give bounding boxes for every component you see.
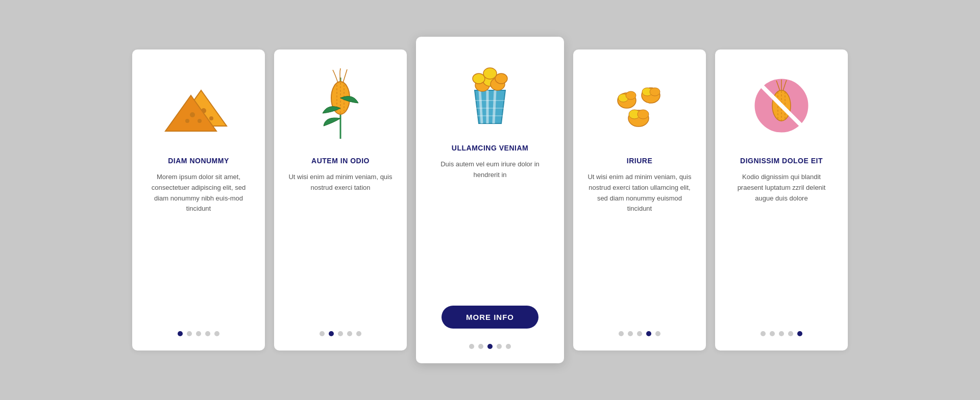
card-2-text: Ut wisi enim ad minim veniam, quis nostr… [288,172,393,316]
card-1-title: DIAM NONUMMY [168,157,229,165]
more-info-button[interactable]: MORE INFO [442,306,538,329]
svg-point-27 [650,88,660,96]
dot [478,344,483,349]
card-4-text: Ut wisi enim ad minim veniam, quis nostr… [587,172,692,316]
svg-point-24 [626,91,636,99]
dot [214,331,219,336]
dot [619,331,624,336]
dot [761,331,766,336]
card-2-title: AUTEM IN ODIO [311,157,370,165]
card-1-icon [165,65,232,146]
dot [779,331,784,336]
card-5-text: Kodio dignissim qui blandit praesent lup… [729,172,834,316]
dot [356,331,361,336]
dot [770,331,775,336]
card-5: DIGNISSIM DOLOE EIT Kodio dignissim qui … [715,49,848,351]
svg-point-2 [209,116,213,120]
card-4-title: IRIURE [627,157,652,165]
card-1-dots [178,326,219,336]
dot [497,344,502,349]
svg-point-30 [638,110,649,119]
card-5-dots [761,326,802,336]
dot [797,331,802,336]
svg-point-7 [185,119,189,123]
svg-point-20 [495,73,507,84]
dot [646,331,651,336]
dot [469,344,474,349]
card-5-icon [748,65,815,146]
dot [655,331,660,336]
card-1-text: Morem ipsum dolor sit amet, consectetuer… [146,172,251,316]
dot [187,331,192,336]
card-3-icon [457,52,523,134]
dot [320,331,325,336]
dot [347,331,352,336]
card-4-dots [619,326,660,336]
card-2-dots [320,326,361,336]
card-3-dots [469,339,511,349]
svg-point-5 [190,112,195,117]
card-4-icon [606,65,673,146]
dot [338,331,343,336]
dot [329,331,334,336]
svg-point-21 [483,68,497,79]
svg-point-6 [198,119,202,123]
dot [196,331,201,336]
card-2: AUTEM IN ODIO Ut wisi enim ad minim veni… [274,49,407,351]
cards-container: DIAM NONUMMY Morem ipsum dolor sit amet,… [112,16,868,384]
dot [637,331,642,336]
card-3-title: ULLAMCING VENIAM [452,144,528,152]
dot [487,344,493,349]
card-3: ULLAMCING VENIAM Duis autem vel eum iriu… [416,37,564,363]
dot [788,331,793,336]
dot [205,331,210,336]
dot [506,344,511,349]
svg-point-19 [473,73,485,84]
card-5-title: DIGNISSIM DOLOE EIT [740,157,823,165]
card-3-text: Duis autem vel eum iriure dolor in hendr… [430,159,550,295]
card-4: IRIURE Ut wisi enim ad minim veniam, qui… [573,49,706,351]
card-2-icon [307,65,374,146]
card-1: DIAM NONUMMY Morem ipsum dolor sit amet,… [132,49,265,351]
dot [178,331,183,336]
dot [628,331,633,336]
